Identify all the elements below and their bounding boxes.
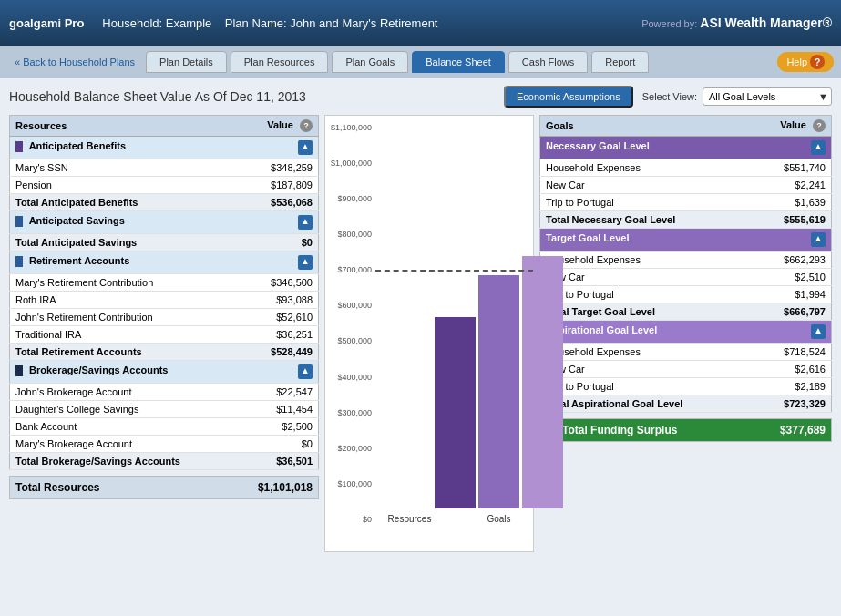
blue-bar-icon xyxy=(15,216,23,227)
tab-report[interactable]: Report xyxy=(591,51,649,73)
aspirational-household-label: Household Expenses xyxy=(540,344,751,361)
total-retirement-label: Total Retirement Accounts xyxy=(10,344,243,361)
marys-retirement-row: Mary's Retirement Contribution $346,500 xyxy=(10,274,319,292)
purple-bar-icon xyxy=(15,141,23,152)
tab-plan-resources[interactable]: Plan Resources xyxy=(231,51,329,73)
dashed-line xyxy=(375,270,533,272)
roth-ira-row: Roth IRA $93,088 xyxy=(10,292,319,309)
household-info: Household: Example Plan Name: John and M… xyxy=(102,16,437,30)
back-link[interactable]: « Back to Household Plans xyxy=(7,53,142,71)
economic-assumptions-button[interactable]: Economic Assumptions xyxy=(504,86,633,108)
help-button[interactable]: Help ? xyxy=(777,52,834,72)
tab-cash-flows[interactable]: Cash Flows xyxy=(508,51,588,73)
goals-col-header: Goals xyxy=(540,116,751,137)
goals-table: Goals Value ? Necessary Goal Level ▲ xyxy=(539,115,832,413)
necessary-portugal-value: $1,639 xyxy=(751,194,832,211)
necessary-portugal-label: Trip to Portugal xyxy=(540,194,751,211)
marys-retirement-value: $346,500 xyxy=(243,274,319,292)
y-label-700k: $700,000 xyxy=(325,265,375,274)
total-target-label: Total Target Goal Level xyxy=(540,303,751,321)
app-logo: goalgami Pro xyxy=(9,16,84,30)
collapse-necessary-goal[interactable]: ▲ xyxy=(811,140,826,155)
surplus-value: $377,689 xyxy=(748,419,831,442)
navigation-bar: « Back to Household Plans Plan Details P… xyxy=(0,46,841,78)
collapse-aspirational-goal[interactable]: ▲ xyxy=(811,324,826,339)
y-label-600k: $600,000 xyxy=(325,301,375,310)
pension-row: Pension $187,809 xyxy=(10,177,319,194)
aspirational-car-label: New Car xyxy=(540,361,751,378)
necessary-goal-header: Necessary Goal Level ▲ xyxy=(540,137,832,159)
total-aspirational-value: $723,329 xyxy=(751,395,832,413)
y-label-100k: $100,000 xyxy=(325,479,375,488)
info-icon[interactable]: ? xyxy=(300,119,313,132)
collapse-anticipated-benefits[interactable]: ▲ xyxy=(298,140,313,155)
traditional-ira-value: $36,251 xyxy=(243,326,319,344)
y-label-1100k: $1,100,000 xyxy=(325,123,375,132)
aspirational-car-row: New Car $2,616 xyxy=(540,361,832,378)
value-col-header: Value ? xyxy=(243,116,319,137)
necessary-car-label: New Car xyxy=(540,177,751,194)
resources-col-header: Resources xyxy=(10,116,243,137)
johns-retirement-value: $52,610 xyxy=(243,309,319,326)
surplus-row: Total Funding Surplus $377,689 xyxy=(540,419,832,442)
collapse-brokerage[interactable]: ▲ xyxy=(298,364,313,379)
resources-stacked-bar xyxy=(385,501,435,510)
goals-bar-group: Goals xyxy=(435,126,563,524)
aspirational-car-value: $2,616 xyxy=(751,361,832,378)
blue-bar2-icon xyxy=(15,256,23,267)
grand-total-row: Total Resources $1,101,018 xyxy=(10,477,319,499)
target-portugal-row: Trip to Portugal $1,994 xyxy=(540,286,832,303)
goals-info-icon[interactable]: ? xyxy=(813,119,826,132)
total-anticipated-benefits-row: Total Anticipated Benefits $536,068 xyxy=(10,194,319,211)
select-view-label: Select View: xyxy=(642,91,697,102)
collapse-retirement-accounts[interactable]: ▲ xyxy=(298,255,313,270)
necessary-car-row: New Car $2,241 xyxy=(540,177,832,194)
target-household-label: Household Expenses xyxy=(540,252,751,269)
bank-account-value: $2,500 xyxy=(243,418,319,436)
total-brokerage-row: Total Brokerage/Savings Accounts $36,501 xyxy=(10,453,319,470)
total-target-value: $666,797 xyxy=(751,303,832,321)
total-necessary-label: Total Necessary Goal Level xyxy=(540,211,751,229)
bank-account-row: Bank Account $2,500 xyxy=(10,418,319,436)
total-necessary-row: Total Necessary Goal Level $555,619 xyxy=(540,211,832,229)
aspirational-portugal-value: $2,189 xyxy=(751,378,832,395)
powered-by: Powered by: ASI Wealth Manager® xyxy=(641,15,832,30)
tab-plan-goals[interactable]: Plan Goals xyxy=(332,51,408,73)
collapse-target-goal[interactable]: ▲ xyxy=(811,232,826,247)
y-label-400k: $400,000 xyxy=(325,373,375,382)
total-target-row: Total Target Goal Level $666,797 xyxy=(540,303,832,321)
y-label-1000k: $1,000,000 xyxy=(325,159,375,168)
aspirational-goal-header: Aspirational Goal Level ▲ xyxy=(540,321,832,344)
tab-plan-details[interactable]: Plan Details xyxy=(146,51,227,73)
total-retirement-row: Total Retirement Accounts $528,449 xyxy=(10,344,319,361)
main-content: Household Balance Sheet Value As Of Dec … xyxy=(0,78,841,616)
content-area: Resources Value ? Anticipated Benefits ▲ xyxy=(9,115,832,601)
total-aspirational-row: Total Aspirational Goal Level $723,329 xyxy=(540,395,832,413)
target-household-row: Household Expenses $662,293 xyxy=(540,252,832,269)
necessary-portugal-row: Trip to Portugal $1,639 xyxy=(540,194,832,211)
traditional-ira-row: Traditional IRA $36,251 xyxy=(10,326,319,344)
target-car-row: New Car $2,510 xyxy=(540,269,832,286)
total-resources-value: $1,101,018 xyxy=(192,477,319,499)
total-necessary-value: $555,619 xyxy=(751,211,832,229)
app-header: goalgami Pro Household: Example Plan Nam… xyxy=(0,0,841,46)
aspirational-portugal-row: Trip to Portugal $2,189 xyxy=(540,378,832,395)
y-label-0: $0 xyxy=(325,515,375,524)
target-portugal-value: $1,994 xyxy=(751,286,832,303)
brokerage-savings-header: Brokerage/Savings Accounts ▲ xyxy=(10,361,319,384)
total-brokerage-label: Total Brokerage/Savings Accounts xyxy=(10,453,243,470)
pension-value: $187,809 xyxy=(243,177,319,194)
resources-bar-label: Resources xyxy=(388,514,432,524)
total-aspirational-label: Total Aspirational Goal Level xyxy=(540,395,751,413)
resources-panel: Resources Value ? Anticipated Benefits ▲ xyxy=(9,115,319,601)
y-label-300k: $300,000 xyxy=(325,408,375,417)
target-goal-bar xyxy=(478,275,519,508)
collapse-anticipated-savings[interactable]: ▲ xyxy=(298,215,313,230)
tab-balance-sheet[interactable]: Balance Sheet xyxy=(412,51,505,73)
goal-level-select[interactable]: All Goal Levels Necessary Goal Level Tar… xyxy=(703,87,832,106)
roth-ira-value: $93,088 xyxy=(243,292,319,309)
y-label-200k: $200,000 xyxy=(325,444,375,453)
page-title: Household Balance Sheet Value As Of Dec … xyxy=(9,89,504,104)
marys-ssn-label: Mary's SSN xyxy=(10,159,243,177)
total-anticipated-savings-value: $0 xyxy=(243,234,319,252)
